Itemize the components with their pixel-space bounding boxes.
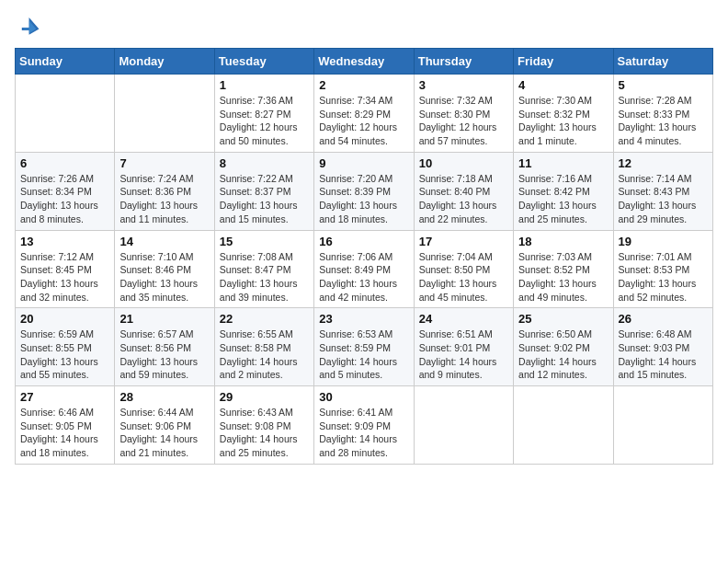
day-number: 5 — [619, 78, 708, 92]
calendar-cell: 18Sunrise: 7:03 AMSunset: 8:52 PMDayligh… — [514, 230, 613, 308]
day-number: 12 — [619, 156, 708, 170]
day-number: 22 — [220, 312, 309, 326]
cell-info: Sunrise: 7:26 AMSunset: 8:34 PMDaylight:… — [20, 172, 109, 226]
cell-info: Sunrise: 6:46 AMSunset: 9:05 PMDaylight:… — [20, 406, 109, 460]
day-number: 24 — [419, 312, 508, 326]
weekday-header-tuesday: Tuesday — [214, 49, 313, 75]
calendar-cell: 19Sunrise: 7:01 AMSunset: 8:53 PMDayligh… — [613, 230, 712, 308]
day-number: 23 — [319, 312, 408, 326]
cell-info: Sunrise: 6:59 AMSunset: 8:55 PMDaylight:… — [20, 327, 109, 382]
day-number: 21 — [119, 312, 209, 326]
cell-info: Sunrise: 7:24 AMSunset: 8:36 PMDaylight:… — [119, 172, 209, 226]
cell-info: Sunrise: 7:32 AMSunset: 8:30 PMDaylight:… — [419, 94, 508, 148]
page-header — [15, 15, 713, 40]
calendar-cell: 9Sunrise: 7:20 AMSunset: 8:39 PMDaylight… — [314, 152, 414, 230]
calendar-cell: 16Sunrise: 7:06 AMSunset: 8:49 PMDayligh… — [314, 230, 414, 308]
cell-info: Sunrise: 6:50 AMSunset: 9:02 PMDaylight:… — [518, 327, 608, 382]
day-number: 11 — [518, 156, 608, 170]
calendar-week-row: 20Sunrise: 6:59 AMSunset: 8:55 PMDayligh… — [16, 308, 713, 386]
cell-info: Sunrise: 6:53 AMSunset: 8:59 PMDaylight:… — [319, 327, 408, 382]
calendar-week-row: 13Sunrise: 7:12 AMSunset: 8:45 PMDayligh… — [16, 230, 713, 308]
calendar-header-row: SundayMondayTuesdayWednesdayThursdayFrid… — [16, 49, 713, 75]
calendar-cell: 26Sunrise: 6:48 AMSunset: 9:03 PMDayligh… — [613, 308, 712, 386]
calendar-cell: 24Sunrise: 6:51 AMSunset: 9:01 PMDayligh… — [414, 308, 513, 386]
calendar-cell — [115, 75, 214, 153]
day-number: 8 — [220, 156, 309, 170]
calendar-cell: 6Sunrise: 7:26 AMSunset: 8:34 PMDaylight… — [16, 152, 115, 230]
cell-info: Sunrise: 6:51 AMSunset: 9:01 PMDaylight:… — [419, 327, 508, 382]
day-number: 25 — [518, 312, 608, 326]
calendar-cell: 22Sunrise: 6:55 AMSunset: 8:58 PMDayligh… — [214, 308, 313, 386]
calendar-cell: 13Sunrise: 7:12 AMSunset: 8:45 PMDayligh… — [16, 230, 115, 308]
calendar-cell: 27Sunrise: 6:46 AMSunset: 9:05 PMDayligh… — [16, 386, 115, 465]
day-number: 27 — [20, 390, 109, 404]
day-number: 10 — [419, 156, 508, 170]
cell-info: Sunrise: 7:04 AMSunset: 8:50 PMDaylight:… — [419, 250, 508, 304]
weekday-header-sunday: Sunday — [16, 49, 115, 75]
cell-info: Sunrise: 6:44 AMSunset: 9:06 PMDaylight:… — [119, 406, 209, 460]
day-number: 3 — [419, 78, 508, 92]
cell-info: Sunrise: 7:22 AMSunset: 8:37 PMDaylight:… — [220, 172, 309, 226]
cell-info: Sunrise: 7:12 AMSunset: 8:45 PMDaylight:… — [20, 250, 109, 304]
calendar-table: SundayMondayTuesdayWednesdayThursdayFrid… — [15, 48, 713, 465]
cell-info: Sunrise: 7:03 AMSunset: 8:52 PMDaylight:… — [518, 250, 608, 304]
day-number: 1 — [220, 78, 309, 92]
calendar-cell: 2Sunrise: 7:34 AMSunset: 8:29 PMDaylight… — [314, 75, 414, 153]
day-number: 20 — [20, 312, 109, 326]
cell-info: Sunrise: 7:14 AMSunset: 8:43 PMDaylight:… — [619, 172, 708, 226]
calendar-cell: 4Sunrise: 7:30 AMSunset: 8:32 PMDaylight… — [514, 75, 613, 153]
day-number: 17 — [419, 235, 508, 248]
cell-info: Sunrise: 7:16 AMSunset: 8:42 PMDaylight:… — [518, 172, 608, 226]
calendar-cell: 1Sunrise: 7:36 AMSunset: 8:27 PMDaylight… — [214, 75, 313, 153]
calendar-cell: 5Sunrise: 7:28 AMSunset: 8:33 PMDaylight… — [613, 75, 712, 153]
calendar-cell — [613, 386, 712, 465]
day-number: 15 — [220, 235, 309, 248]
day-number: 18 — [518, 235, 608, 248]
cell-info: Sunrise: 7:18 AMSunset: 8:40 PMDaylight:… — [419, 172, 508, 226]
calendar-cell: 11Sunrise: 7:16 AMSunset: 8:42 PMDayligh… — [514, 152, 613, 230]
cell-info: Sunrise: 7:06 AMSunset: 8:49 PMDaylight:… — [319, 250, 408, 304]
cell-info: Sunrise: 7:30 AMSunset: 8:32 PMDaylight:… — [518, 94, 608, 148]
day-number: 26 — [619, 312, 708, 326]
day-number: 19 — [619, 235, 708, 248]
calendar-cell: 8Sunrise: 7:22 AMSunset: 8:37 PMDaylight… — [214, 152, 313, 230]
cell-info: Sunrise: 6:41 AMSunset: 9:09 PMDaylight:… — [319, 406, 408, 460]
calendar-cell — [16, 75, 115, 153]
day-number: 9 — [319, 156, 408, 170]
day-number: 7 — [119, 156, 209, 170]
day-number: 29 — [220, 390, 309, 404]
cell-info: Sunrise: 6:43 AMSunset: 9:08 PMDaylight:… — [220, 406, 309, 460]
cell-info: Sunrise: 7:08 AMSunset: 8:47 PMDaylight:… — [220, 250, 309, 304]
calendar-cell: 28Sunrise: 6:44 AMSunset: 9:06 PMDayligh… — [115, 386, 214, 465]
logo — [15, 15, 44, 40]
calendar-cell: 21Sunrise: 6:57 AMSunset: 8:56 PMDayligh… — [115, 308, 214, 386]
weekday-header-friday: Friday — [514, 49, 613, 75]
cell-info: Sunrise: 7:10 AMSunset: 8:46 PMDaylight:… — [119, 250, 209, 304]
day-number: 16 — [319, 235, 408, 248]
calendar-cell: 25Sunrise: 6:50 AMSunset: 9:02 PMDayligh… — [514, 308, 613, 386]
cell-info: Sunrise: 7:20 AMSunset: 8:39 PMDaylight:… — [319, 172, 408, 226]
cell-info: Sunrise: 7:34 AMSunset: 8:29 PMDaylight:… — [319, 94, 408, 148]
cell-info: Sunrise: 6:55 AMSunset: 8:58 PMDaylight:… — [220, 327, 309, 382]
cell-info: Sunrise: 6:57 AMSunset: 8:56 PMDaylight:… — [119, 327, 209, 382]
calendar-cell: 15Sunrise: 7:08 AMSunset: 8:47 PMDayligh… — [214, 230, 313, 308]
calendar-cell: 3Sunrise: 7:32 AMSunset: 8:30 PMDaylight… — [414, 75, 513, 153]
day-number: 4 — [518, 78, 608, 92]
calendar-week-row: 1Sunrise: 7:36 AMSunset: 8:27 PMDaylight… — [16, 75, 713, 153]
weekday-header-thursday: Thursday — [414, 49, 513, 75]
calendar-week-row: 27Sunrise: 6:46 AMSunset: 9:05 PMDayligh… — [16, 386, 713, 465]
weekday-header-wednesday: Wednesday — [314, 49, 414, 75]
cell-info: Sunrise: 7:28 AMSunset: 8:33 PMDaylight:… — [619, 94, 708, 148]
calendar-cell: 20Sunrise: 6:59 AMSunset: 8:55 PMDayligh… — [16, 308, 115, 386]
cell-info: Sunrise: 6:48 AMSunset: 9:03 PMDaylight:… — [619, 327, 708, 382]
calendar-cell: 10Sunrise: 7:18 AMSunset: 8:40 PMDayligh… — [414, 152, 513, 230]
logo-icon — [15, 15, 40, 40]
calendar-cell: 29Sunrise: 6:43 AMSunset: 9:08 PMDayligh… — [214, 386, 313, 465]
day-number: 2 — [319, 78, 408, 92]
calendar-cell: 7Sunrise: 7:24 AMSunset: 8:36 PMDaylight… — [115, 152, 214, 230]
day-number: 13 — [20, 235, 109, 248]
calendar-cell: 23Sunrise: 6:53 AMSunset: 8:59 PMDayligh… — [314, 308, 414, 386]
calendar-cell: 17Sunrise: 7:04 AMSunset: 8:50 PMDayligh… — [414, 230, 513, 308]
weekday-header-saturday: Saturday — [613, 49, 712, 75]
day-number: 14 — [119, 235, 209, 248]
